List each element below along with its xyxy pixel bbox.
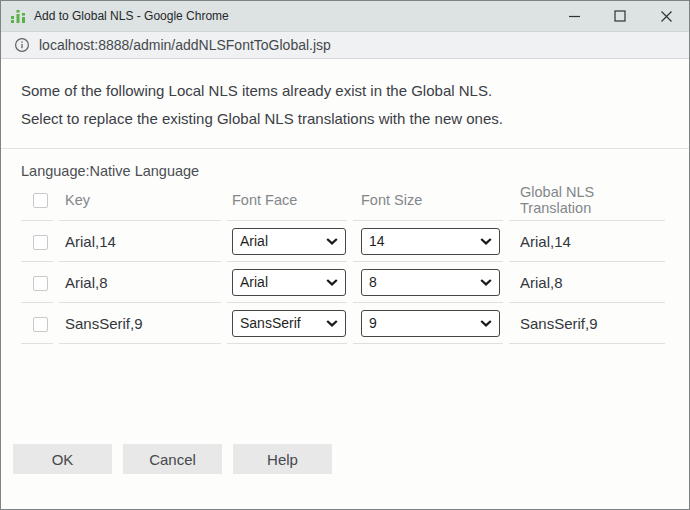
maximize-icon: [614, 10, 626, 22]
button-bar: OK Cancel Help: [13, 444, 689, 474]
url-text[interactable]: localhost:8888/admin/addNLSFontToGlobal.…: [39, 37, 331, 53]
chevron-down-icon: [326, 279, 338, 286]
minimize-button[interactable]: [551, 1, 597, 31]
page-content: Some of the following Local NLS items al…: [1, 82, 689, 474]
font-size-select-value: 14: [369, 233, 385, 249]
key-cell: SansSerif,9: [59, 303, 221, 344]
font-face-select[interactable]: SansSerif: [232, 310, 346, 337]
close-icon: [660, 10, 673, 23]
chevron-down-icon: [480, 238, 492, 245]
ok-button[interactable]: OK: [13, 444, 112, 474]
cancel-button[interactable]: Cancel: [123, 444, 222, 474]
chrome-popup-window: Add to Global NLS - Google Chrome localh…: [0, 0, 690, 510]
info-message: Some of the following Local NLS items al…: [21, 82, 669, 127]
font-size-select[interactable]: 8: [361, 269, 500, 296]
font-face-select-value: Arial: [240, 233, 268, 249]
message-line-2: Select to replace the existing Global NL…: [21, 110, 669, 127]
table-header-row: Key Font Face Font Size Global NLS Trans…: [21, 184, 665, 221]
window-title: Add to Global NLS - Google Chrome: [34, 9, 551, 23]
language-label: Language:Native Language: [21, 163, 689, 179]
close-button[interactable]: [643, 1, 689, 31]
global-translation-cell: SansSerif,9: [509, 303, 665, 344]
minimize-icon: [568, 10, 581, 23]
message-line-1: Some of the following Local NLS items al…: [21, 82, 669, 99]
font-size-select[interactable]: 9: [361, 310, 500, 337]
chevron-down-icon: [480, 320, 492, 327]
app-favicon-icon: [10, 8, 27, 25]
font-size-select-value: 8: [369, 274, 377, 290]
key-cell: Arial,14: [59, 221, 221, 262]
global-translation-cell: Arial,14: [509, 221, 665, 262]
font-size-select-value: 9: [369, 315, 377, 331]
table-row: Arial,14 Arial 14 Arial,14: [21, 221, 665, 262]
select-all-checkbox[interactable]: [33, 193, 48, 208]
titlebar: Add to Global NLS - Google Chrome: [1, 1, 689, 32]
info-icon[interactable]: [14, 37, 30, 53]
section-divider: [1, 148, 689, 149]
font-face-select[interactable]: Arial: [232, 228, 346, 255]
row-checkbox[interactable]: [33, 317, 48, 332]
window-controls: [551, 1, 689, 31]
url-bar[interactable]: localhost:8888/admin/addNLSFontToGlobal.…: [1, 32, 689, 59]
table-row: Arial,8 Arial 8 Arial,8: [21, 262, 665, 303]
table-row: SansSerif,9 SansSerif 9 SansSerif,9: [21, 303, 665, 344]
font-face-select-value: SansSerif: [240, 315, 301, 331]
font-face-select[interactable]: Arial: [232, 269, 346, 296]
global-translation-cell: Arial,8: [509, 262, 665, 303]
header-font-size: Font Size: [353, 184, 503, 221]
row-checkbox[interactable]: [33, 235, 48, 250]
font-face-select-value: Arial: [240, 274, 268, 290]
chevron-down-icon: [326, 320, 338, 327]
font-size-select[interactable]: 14: [361, 228, 500, 255]
key-cell: Arial,8: [59, 262, 221, 303]
header-global-translation: Global NLS Translation: [509, 184, 665, 221]
chevron-down-icon: [326, 238, 338, 245]
header-key: Key: [59, 184, 221, 221]
nls-table: Key Font Face Font Size Global NLS Trans…: [15, 184, 671, 344]
header-font-face: Font Face: [227, 184, 347, 221]
chevron-down-icon: [480, 279, 492, 286]
row-checkbox[interactable]: [33, 276, 48, 291]
help-button[interactable]: Help: [233, 444, 332, 474]
maximize-button[interactable]: [597, 1, 643, 31]
